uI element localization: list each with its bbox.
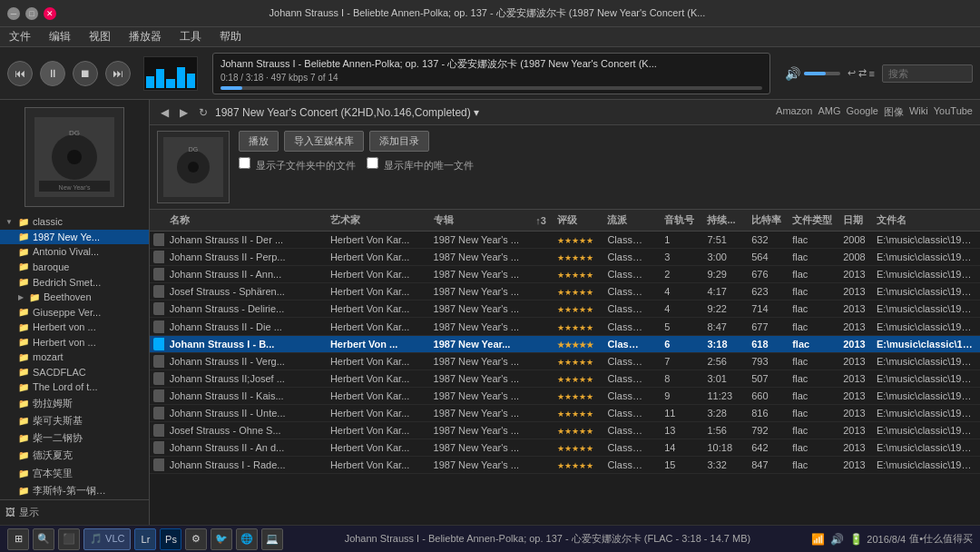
maximize-button[interactable]: □ (25, 7, 38, 20)
sidebar-item-beethoven[interactable]: ▶ 📁 Beethoven (0, 290, 149, 305)
start-button[interactable]: ⊞ (7, 528, 29, 550)
show-subfolders-label[interactable]: 显示子文件夹中的文件 (239, 157, 356, 172)
sidebar-item-sacd[interactable]: 📁 SACDFLAC (0, 365, 149, 380)
col-bitrate[interactable]: 比特率 (746, 210, 787, 232)
col-rating[interactable]: 评级 (552, 210, 602, 232)
sidebar-item-liszt[interactable]: 📁 李斯特-第一钢… (0, 482, 149, 499)
table-row[interactable]: Johann Strauss II;Josef ... Herbert Von … (150, 370, 980, 387)
sidebar-item-baroque[interactable]: 📁 baroque (0, 260, 149, 275)
table-row[interactable]: Johann Strauss II - Die ... Herbert Von … (150, 318, 980, 335)
col-album[interactable]: 专辑 (428, 210, 531, 232)
close-button[interactable]: ✕ (44, 7, 56, 20)
app6[interactable]: 🌐 (236, 528, 258, 550)
sidebar-item-piano[interactable]: 📁 柴一二钢协 (0, 429, 149, 447)
show-unique-checkbox[interactable] (367, 157, 378, 169)
stop-button[interactable]: ⏹ (73, 61, 98, 86)
table-row[interactable]: Johann Strauss II - Perp... Herbert Von … (150, 249, 980, 266)
col-name[interactable]: 名称 (164, 210, 325, 232)
menu-item-文件[interactable]: 文件 (4, 27, 36, 46)
menu-item-视图[interactable]: 视图 (83, 27, 116, 46)
next-button[interactable]: ⏭ (105, 61, 131, 86)
track-format: flac (787, 370, 838, 387)
play-pause-button[interactable]: ⏸ (40, 61, 65, 86)
youtube-link[interactable]: YouTube (934, 105, 973, 119)
forward-button[interactable]: ▶ (176, 104, 191, 121)
vlc-taskbar[interactable]: 🎵 VLC (83, 528, 131, 550)
shuffle-icon[interactable]: ⇄ (858, 67, 867, 79)
col-genre[interactable]: 流派 (602, 210, 648, 232)
track-bitrate: 642 (746, 439, 787, 457)
sidebar-item-mozart[interactable]: 📁 mozart (0, 350, 149, 365)
search-input[interactable] (882, 64, 973, 83)
minimize-button[interactable]: ─ (7, 7, 20, 20)
menu-item-工具[interactable]: 工具 (174, 27, 207, 46)
add-directory-button[interactable]: 添加目录 (369, 131, 429, 152)
col-track[interactable]: 音轨号 (659, 210, 701, 232)
table-row[interactable]: Johann Strauss II - Unte... Herbert Von … (150, 404, 980, 421)
col-date[interactable]: 日期 (838, 210, 871, 232)
amazon-link[interactable]: Amazon (776, 105, 812, 119)
sidebar-item-vivaldi[interactable]: 📁 Antonio Vival... (0, 244, 149, 260)
table-row[interactable]: Johann Strauss II - Ann... Herbert Von K… (150, 266, 980, 283)
menu-item-播放器[interactable]: 播放器 (123, 27, 167, 46)
table-row[interactable]: Johann Strauss I - B... Herbert Von ... … (150, 335, 980, 352)
wiki-link[interactable]: Wiki (909, 105, 928, 119)
table-row[interactable]: Johann Strauss II - Verg... Herbert Von … (150, 352, 980, 370)
search-button[interactable]: 🔍 (33, 528, 54, 550)
repeat-icon[interactable]: ↩ (848, 67, 856, 79)
eq-icon[interactable]: ≡ (869, 68, 875, 79)
show-unique-label[interactable]: 显示库中的唯一文件 (367, 157, 474, 172)
volume-sys-icon[interactable]: 🔊 (830, 533, 844, 546)
volume-bar[interactable] (804, 72, 840, 75)
col-spacer3 (648, 232, 659, 249)
sidebar-display-toggle[interactable]: 🖼 显示 (0, 499, 149, 525)
google-link[interactable]: Google (847, 105, 878, 119)
sidebar-item-karajan2[interactable]: 📁 Herbert von ... (0, 335, 149, 350)
import-button[interactable]: 导入至媒体库 (284, 131, 364, 152)
table-row[interactable]: Josef Strauss - Sphären... Herbert Von K… (150, 283, 980, 301)
network-icon[interactable]: 📶 (811, 533, 825, 546)
sidebar-item-1987[interactable]: 📁 1987 New Ye... (0, 230, 149, 245)
task-view-button[interactable]: ⬛ (58, 528, 80, 550)
amg-link[interactable]: AMG (818, 105, 840, 119)
sidebar-item-dvorak[interactable]: 📁 德沃夏克 (0, 447, 149, 464)
collection-title[interactable]: 1987 New Year's Concert (K2HD,No.146,Com… (215, 106, 772, 119)
app4[interactable]: ⚙ (185, 528, 207, 550)
track-format: flac (787, 318, 838, 335)
sidebar-item-tchaikovsky[interactable]: 📁 柴可夫斯基 (0, 412, 149, 429)
track-artist: Herbert Von Kar... (325, 301, 428, 318)
prev-button[interactable]: ⏮ (7, 61, 33, 86)
track-album: 1987 New Year's ... (428, 439, 531, 457)
ps-app[interactable]: Ps (160, 528, 181, 550)
table-row[interactable]: Johann Strauss II - Kais... Herbert Von … (150, 387, 980, 404)
table-row[interactable]: Josef Strauss - Ohne S... Herbert Von Ka… (150, 422, 980, 439)
sidebar-item-brahms[interactable]: 📁 勃拉姆斯 (0, 395, 149, 412)
play-button[interactable]: 播放 (239, 131, 279, 152)
image-link[interactable]: 图像 (884, 105, 904, 119)
back-button[interactable]: ◀ (157, 104, 172, 121)
col-filename[interactable]: 文件名 (871, 210, 980, 232)
progress-bar[interactable] (220, 86, 762, 90)
table-row[interactable]: Johann Strauss II - An d... Herbert Von … (150, 439, 980, 457)
menu-item-编辑[interactable]: 编辑 (44, 27, 76, 46)
table-row[interactable]: Johann Strauss I - Rade... Herbert Von K… (150, 457, 980, 474)
table-row[interactable]: Johann Strauss - Delirie... Herbert Von … (150, 301, 980, 318)
menu-item-帮助[interactable]: 帮助 (214, 27, 247, 46)
sidebar-item-smetana[interactable]: 📁 Bedrich Smet... (0, 274, 149, 290)
sidebar-item-karajan1[interactable]: 📁 Herbert von ... (0, 320, 149, 335)
sidebar-item-verdi[interactable]: 📁 Giuseppe Ver... (0, 304, 149, 320)
lr-app[interactable]: Lr (134, 528, 156, 550)
col-format[interactable]: 文件类型 (787, 210, 838, 232)
refresh-button[interactable]: ↻ (195, 104, 211, 121)
sidebar-item-miyamoto[interactable]: 📁 宫本笑里 (0, 465, 149, 482)
col-duration[interactable]: 持续... (701, 210, 746, 232)
date-display: 2016/8/4 (867, 534, 906, 545)
sidebar-item-lotr[interactable]: 📁 The Lord of t... (0, 380, 149, 395)
battery-icon[interactable]: 🔋 (849, 533, 863, 546)
show-subfolders-checkbox[interactable] (239, 157, 250, 169)
sidebar-item-classic[interactable]: ▼ 📁 classic (0, 214, 149, 230)
col-artist[interactable]: 艺术家 (325, 210, 428, 232)
app7[interactable]: 💻 (261, 528, 283, 550)
app5[interactable]: 🐦 (211, 528, 232, 550)
table-row[interactable]: Johann Strauss II - Der ... Herbert Von … (150, 232, 980, 249)
